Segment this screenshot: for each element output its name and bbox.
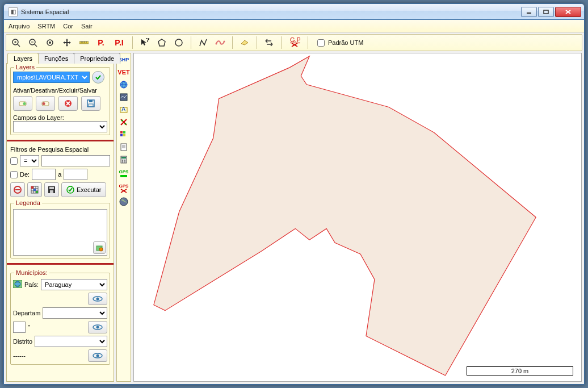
- eraser-icon[interactable]: [238, 36, 251, 49]
- menubar: Arquivo SRTM Cor Sair: [4, 20, 584, 32]
- freehand-icon[interactable]: [214, 36, 226, 49]
- confirm-layer-button[interactable]: [92, 71, 104, 84]
- svg-rect-1: [544, 10, 548, 14]
- svg-point-80: [122, 160, 123, 161]
- filter-value-input[interactable]: [41, 155, 110, 166]
- svg-point-82: [122, 161, 123, 162]
- zoom-extent-icon[interactable]: [44, 36, 56, 49]
- minimize-button[interactable]: [521, 7, 537, 17]
- filter-to-input[interactable]: [64, 169, 87, 180]
- municipios-label: Municípios:: [14, 269, 49, 276]
- main-content: Layers Funções Propriedade Layers mplos\…: [6, 53, 582, 382]
- deactivate-button[interactable]: [36, 96, 55, 111]
- flag-pi-icon[interactable]: P.I: [112, 36, 127, 49]
- padrao-utm-checkbox[interactable]: Padrão UTM: [317, 39, 363, 47]
- depart-view-button[interactable]: [88, 321, 107, 333]
- svg-point-83: [124, 161, 125, 162]
- app-icon: ◧: [9, 7, 18, 16]
- campos-select[interactable]: [13, 121, 107, 132]
- save-button[interactable]: [81, 96, 100, 111]
- globe-button[interactable]: [118, 80, 129, 89]
- svg-rect-70: [120, 131, 123, 133]
- pais-view-button[interactable]: [88, 293, 107, 305]
- map-canvas[interactable]: 270 m: [133, 53, 582, 382]
- svg-line-9: [35, 44, 37, 47]
- legenda-label: Legenda: [14, 199, 42, 206]
- layer-select[interactable]: mplos\LAVOURA.TXT: [13, 72, 90, 83]
- ruler-icon[interactable]: [78, 36, 90, 49]
- earth-button[interactable]: [118, 197, 129, 206]
- filter-from-input[interactable]: [32, 169, 56, 180]
- depart-label: Departam: [13, 310, 40, 316]
- svg-rect-74: [121, 144, 127, 151]
- swap-icon[interactable]: [263, 36, 275, 49]
- identify-icon[interactable]: ?: [138, 36, 151, 49]
- legenda-refresh-button[interactable]: [93, 241, 106, 254]
- pais-label: País:: [24, 281, 39, 288]
- label-button[interactable]: A: [118, 105, 129, 114]
- gps-off-button[interactable]: GPS: [118, 182, 129, 194]
- distrito-view-button[interactable]: [88, 349, 107, 362]
- legenda-area: [13, 209, 107, 256]
- svg-rect-84: [120, 175, 127, 177]
- svg-rect-73: [123, 134, 125, 136]
- calc-button[interactable]: [118, 155, 129, 164]
- doc-button[interactable]: [118, 143, 129, 152]
- filter-save-button[interactable]: [44, 182, 59, 197]
- zoom-in-icon[interactable]: [10, 36, 22, 49]
- svg-rect-47: [36, 191, 38, 193]
- polygon-feature[interactable]: [154, 56, 536, 376]
- titlebar: ◧ Sistema Espacial: [4, 4, 584, 20]
- tab-propriedade[interactable]: Propriedade: [74, 53, 120, 64]
- svg-point-68: [121, 120, 123, 122]
- raster-button[interactable]: [118, 93, 129, 102]
- executar-label: Executar: [77, 186, 101, 193]
- left-panel: Layers Funções Propriedade Layers mplos\…: [6, 53, 114, 382]
- circle-icon[interactable]: [173, 36, 185, 49]
- svg-rect-13: [79, 41, 89, 44]
- activate-button[interactable]: [13, 96, 32, 111]
- filter-clear-button[interactable]: [10, 182, 25, 197]
- close-button[interactable]: [555, 7, 581, 17]
- menu-sair[interactable]: Sair: [81, 23, 93, 30]
- filter-grid-button[interactable]: [27, 182, 42, 197]
- pais-select[interactable]: Paraguay: [41, 279, 107, 290]
- filter-op-select[interactable]: =: [20, 155, 39, 166]
- line-icon[interactable]: [197, 36, 209, 49]
- menu-cor[interactable]: Cor: [63, 23, 73, 30]
- maximize-button[interactable]: [538, 7, 554, 17]
- quote-label: ": [28, 324, 30, 331]
- vet-button[interactable]: VET: [118, 68, 129, 77]
- filters-section: Filtros de Pesquisa Espacial = De: a: [10, 146, 110, 197]
- palette-button[interactable]: [118, 130, 129, 139]
- gps-on-button[interactable]: GPS: [118, 168, 129, 179]
- executar-button[interactable]: Executar: [61, 182, 106, 197]
- flag-p-icon[interactable]: P.: [95, 36, 107, 49]
- tab-layers[interactable]: Layers: [7, 53, 39, 64]
- svg-point-81: [124, 160, 125, 161]
- depart-select[interactable]: [43, 307, 107, 319]
- legenda-group: Legenda: [10, 203, 110, 258]
- depart-code-input[interactable]: [13, 322, 26, 333]
- pan-icon[interactable]: [61, 36, 73, 49]
- tab-funcoes[interactable]: Funções: [38, 53, 74, 64]
- toolbar-separator-5: [281, 36, 282, 49]
- filter-op-check[interactable]: [10, 157, 18, 165]
- delete-button[interactable]: [58, 96, 78, 111]
- svg-point-87: [120, 198, 128, 206]
- menu-srtm[interactable]: SRTM: [37, 23, 55, 30]
- a-label: a: [58, 171, 61, 178]
- filter-range-check[interactable]: [10, 171, 18, 178]
- toolbar-separator-3: [232, 36, 233, 49]
- window-buttons: [521, 7, 581, 17]
- zoom-out-icon[interactable]: [27, 36, 39, 49]
- layers-group-label: Layers: [14, 64, 36, 70]
- gps-cancel-icon[interactable]: G.P.: [287, 36, 302, 49]
- divider-2: [7, 263, 114, 265]
- menu-arquivo[interactable]: Arquivo: [9, 23, 30, 30]
- svg-rect-36: [89, 100, 93, 102]
- distrito-select[interactable]: [35, 336, 107, 347]
- polygon-icon[interactable]: [156, 36, 168, 49]
- padrao-utm-input[interactable]: [317, 39, 325, 47]
- cross-button[interactable]: [118, 118, 129, 127]
